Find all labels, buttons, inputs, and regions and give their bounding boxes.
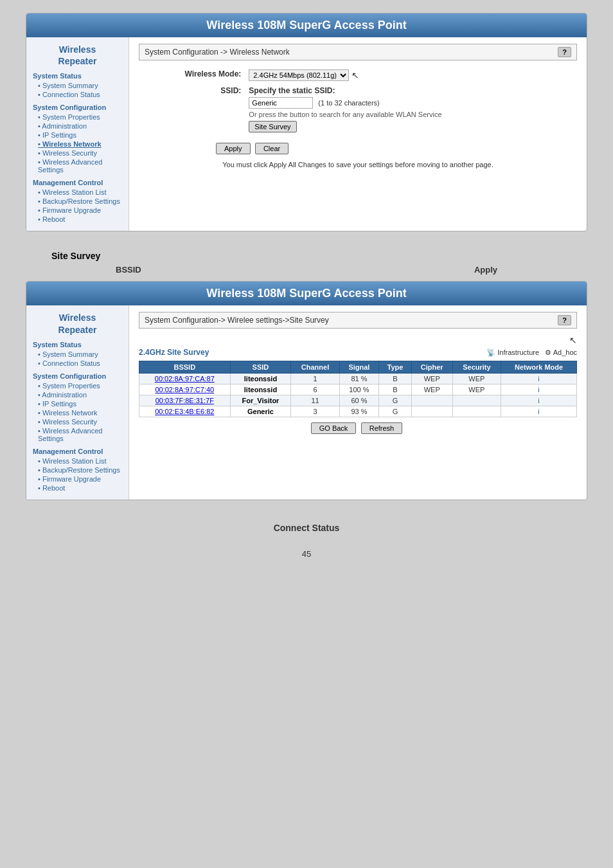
ssid-label: SSID: — [139, 84, 245, 135]
breadcrumb-text-1: System Configuration -> Wireless Network — [145, 48, 290, 57]
cell-network-mode[interactable]: i — [501, 406, 577, 417]
sidebar-1: WirelessRepeater System Status System Su… — [26, 37, 129, 231]
sidebar-item-connection-status[interactable]: Connection Status — [38, 91, 122, 98]
sidebar2-item-firmware-upgrade[interactable]: Firmware Upgrade — [38, 475, 122, 483]
site-survey-button[interactable]: Site Survey — [249, 121, 296, 132]
cell-type: G — [379, 406, 412, 417]
ssid-or-text: Or press the button to search for any av… — [249, 111, 573, 118]
sidebar2-item-wireless-advanced[interactable]: Wireless Advanced Settings — [38, 427, 122, 442]
col-type: Type — [379, 361, 412, 374]
cell-security: WEP — [452, 384, 501, 395]
sidebar-1-title: WirelessRepeater — [33, 44, 122, 67]
cell-network-mode[interactable]: i — [501, 374, 577, 384]
apply-label: Apply — [474, 265, 497, 275]
col-ssid: SSID — [230, 361, 291, 374]
sidebar2-item-administration[interactable]: Administration — [38, 391, 122, 399]
sidebar-item-station-list[interactable]: Wireless Station List — [38, 188, 122, 196]
cell-channel: 1 — [291, 374, 339, 384]
sidebar-item-ip-settings[interactable]: IP Settings — [38, 131, 122, 139]
sidebar-item-system-properties[interactable]: System Properties — [38, 113, 122, 121]
go-back-button[interactable]: GO Back — [311, 422, 357, 434]
cell-channel: 11 — [291, 395, 339, 406]
cell-security — [452, 395, 501, 406]
sidebar-item-wireless-advanced[interactable]: Wireless Advanced Settings — [38, 158, 122, 174]
apply-button-1[interactable]: Apply — [216, 143, 251, 154]
sidebar2-item-wireless-network[interactable]: Wireless Network — [38, 409, 122, 417]
wireless-mode-cell: 2.4GHz 54Mbps (802.11g) ↖ — [245, 67, 577, 84]
col-network-mode: Network Mode — [501, 361, 577, 374]
cell-signal: 81 % — [339, 374, 378, 384]
sidebar-section-mgmt-control: Management Control — [33, 179, 122, 186]
ssid-static-label: Specify the static SSID: — [249, 86, 335, 95]
sidebar2-section-system-status: System Status — [33, 341, 122, 348]
main-content-1: System Configuration -> Wireless Network… — [129, 37, 587, 231]
sidebar-item-administration[interactable]: Administration — [38, 122, 122, 130]
cell-bssid[interactable]: 00:02:E3:4B:E6:82 — [139, 406, 231, 417]
cell-network-mode[interactable]: i — [501, 384, 577, 395]
adhoc-icon: ⚙ — [545, 348, 551, 356]
between-row: BSSID Apply — [51, 265, 562, 275]
sidebar-item-wireless-security[interactable]: Wireless Security — [38, 149, 122, 157]
cell-signal: 60 % — [339, 395, 378, 406]
apply-note: You must click Apply All Changes to save… — [139, 161, 577, 168]
sidebar2-item-reboot[interactable]: Reboot — [38, 484, 122, 492]
sidebar2-item-station-list[interactable]: Wireless Station List — [38, 457, 122, 465]
survey-buttons: GO Back Refresh — [139, 422, 577, 434]
ssid-char-hint: (1 to 32 characters) — [318, 99, 379, 107]
survey-2ghz-label: 2.4GHz Site Survey — [139, 348, 209, 357]
sidebar2-item-connection-status[interactable]: Connection Status — [38, 359, 122, 367]
survey-header-row: 2.4GHz Site Survey 📡 Infrastructure ⚙ Ad… — [139, 348, 577, 357]
cell-bssid[interactable]: 00:02:8A:97:CA:87 — [139, 374, 231, 384]
bssid-label: BSSID — [116, 265, 141, 275]
sidebar-item-wireless-network[interactable]: Wireless Network — [38, 140, 122, 148]
sidebar2-item-wireless-security[interactable]: Wireless Security — [38, 418, 122, 426]
cell-bssid[interactable]: 00:03:7F:8E:31:7F — [139, 395, 231, 406]
table-row: 00:02:8A:97:C7:40liteonssid6100 %BWEPWEP… — [139, 384, 577, 395]
sidebar2-item-system-summary[interactable]: System Summary — [38, 350, 122, 358]
sidebar-item-system-summary[interactable]: System Summary — [38, 82, 122, 89]
panel-1-header: Wireless 108M SuperG Access Point — [26, 14, 587, 37]
col-signal: Signal — [339, 361, 378, 374]
table-row: 00:03:7F:8E:31:7FFor_Visitor1160 %Gi — [139, 395, 577, 406]
sidebar-2: WirelessRepeater System Status System Su… — [26, 305, 129, 499]
panel-1: Wireless 108M SuperG Access Point Wirele… — [26, 13, 587, 231]
cell-type: G — [379, 395, 412, 406]
bottom-section: Connect Status — [26, 513, 587, 543]
col-cipher: Cipher — [411, 361, 452, 374]
cell-channel: 6 — [291, 384, 339, 395]
ssid-input[interactable] — [249, 97, 313, 109]
adhoc-label: Ad_hoc — [553, 348, 577, 356]
refresh-button[interactable]: Refresh — [361, 422, 403, 434]
page-number: 45 — [26, 543, 587, 565]
sidebar2-item-ip-settings[interactable]: IP Settings — [38, 400, 122, 408]
network-type-legend: 📡 Infrastructure ⚙ Ad_hoc — [486, 348, 577, 357]
sidebar2-item-backup-restore[interactable]: Backup/Restore Settings — [38, 466, 122, 474]
cell-ssid: liteonssid — [230, 374, 291, 384]
cell-cipher: WEP — [411, 384, 452, 395]
panel-2: Wireless 108M SuperG Access Point Wirele… — [26, 281, 587, 500]
cell-bssid[interactable]: 00:02:8A:97:C7:40 — [139, 384, 231, 395]
sidebar-item-firmware-upgrade[interactable]: Firmware Upgrade — [38, 206, 122, 214]
main-content-2: System Configuration-> Wirelee settings-… — [129, 305, 587, 499]
infra-label: Infrastructure — [497, 348, 539, 356]
cell-cipher — [411, 406, 452, 417]
sidebar2-item-system-properties[interactable]: System Properties — [38, 382, 122, 390]
cell-ssid: For_Visitor — [230, 395, 291, 406]
cursor-indicator-2: ↖ — [569, 335, 577, 345]
ssid-cell: Specify the static SSID: (1 to 32 charac… — [245, 84, 577, 135]
cell-type: B — [379, 384, 412, 395]
survey-table: BSSID SSID Channel Signal Type Cipher Se… — [139, 361, 577, 417]
wireless-mode-select[interactable]: 2.4GHz 54Mbps (802.11g) — [249, 69, 349, 81]
cell-signal: 93 % — [339, 406, 378, 417]
cell-security: WEP — [452, 374, 501, 384]
between-section: Site Survey BSSID Apply — [26, 244, 587, 281]
clear-button[interactable]: Clear — [255, 143, 289, 154]
breadcrumb-1: System Configuration -> Wireless Network… — [139, 44, 577, 60]
sidebar-item-reboot[interactable]: Reboot — [38, 215, 122, 223]
cell-ssid: Generic — [230, 406, 291, 417]
help-button-2[interactable]: ? — [558, 315, 571, 325]
help-button-1[interactable]: ? — [558, 47, 571, 57]
cell-ssid: liteonssid — [230, 384, 291, 395]
sidebar-item-backup-restore[interactable]: Backup/Restore Settings — [38, 197, 122, 205]
cell-network-mode[interactable]: i — [501, 395, 577, 406]
